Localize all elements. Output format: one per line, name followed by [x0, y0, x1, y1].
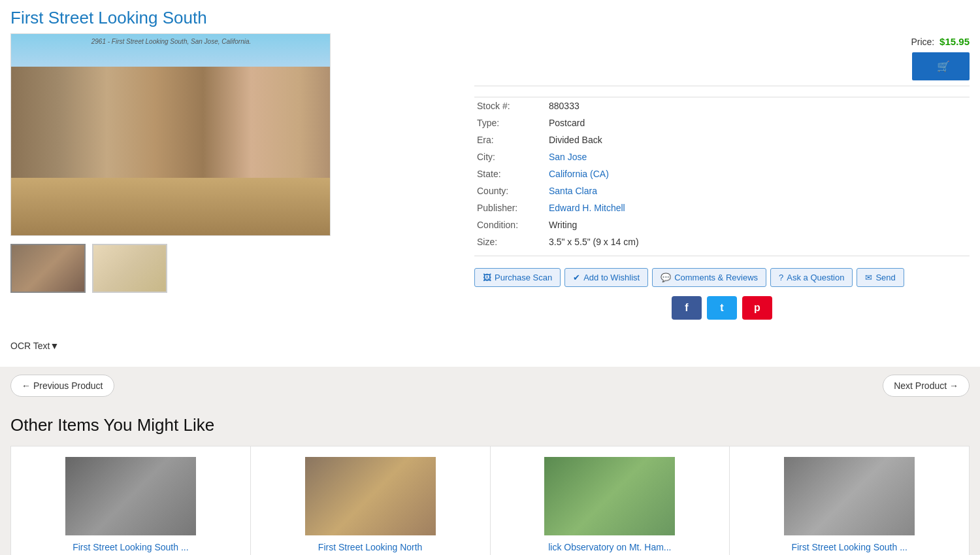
type-row: Type: Postcard [474, 114, 970, 131]
county-row: County: Santa Clara [474, 182, 970, 199]
cart-icon: 🛒 [937, 60, 950, 73]
pinterest-button[interactable]: p [742, 296, 772, 320]
product-thumb-3[interactable] [544, 457, 675, 535]
product-name-1[interactable]: First Street Looking South ... [22, 542, 240, 552]
product-thumb-4[interactable] [784, 457, 915, 535]
purchase-scan-label: Purchase Scan [495, 273, 552, 282]
city-row: City: San Jose [474, 148, 970, 165]
condition-row: Condition: Writing [474, 216, 970, 233]
comments-reviews-button[interactable]: 💬 Comments & Reviews [652, 268, 766, 287]
next-product-button[interactable]: Next Product → [883, 375, 970, 397]
facebook-button[interactable]: f [672, 296, 702, 320]
stock-row: Stock #: 880333 [474, 97, 970, 115]
postcard-caption: 2961 - First Street Looking South, San J… [91, 38, 252, 45]
size-value: 3.5" x 5.5" (9 x 14 cm) [546, 233, 970, 250]
bookmark-icon: ✔ [573, 273, 580, 282]
county-link[interactable]: Santa Clara [549, 186, 597, 196]
publisher-value: Edward H. Mitchell [546, 199, 970, 216]
product-card-2: First Street Looking North San Jose, CA … [250, 446, 490, 555]
send-icon: ✉ [865, 273, 872, 282]
question-icon: ? [779, 273, 783, 282]
publisher-link[interactable]: Edward H. Mitchell [549, 203, 625, 213]
condition-value: Writing [546, 216, 970, 233]
recommendations-title: Other Items You Might Like [10, 415, 970, 435]
size-label: Size: [474, 233, 546, 250]
ask-question-button[interactable]: ? Ask a Question [770, 268, 853, 287]
details-table: Stock #: 880333 Type: Postcard Era: Divi… [474, 97, 970, 250]
product-card-3: lick Observatory on Mt. Ham... San Jose,… [490, 446, 730, 555]
type-label: Type: [474, 114, 546, 131]
product-thumb-2[interactable] [305, 457, 436, 535]
price-label: Price: [911, 37, 934, 47]
navigation-bar: ← Previous Product Next Product → [0, 367, 980, 405]
recommendations-section: Other Items You Might Like First Street … [0, 405, 980, 555]
twitter-button[interactable]: t [707, 296, 737, 320]
publisher-row: Publisher: Edward H. Mitchell [474, 199, 970, 216]
era-value: Divided Back [546, 131, 970, 148]
city-value: San Jose [546, 148, 970, 165]
postcard-buildings [11, 67, 331, 184]
next-product-label: Next Product → [894, 380, 958, 391]
thumbnail-back-image [93, 245, 166, 292]
divider-2 [474, 256, 970, 256]
state-label: State: [474, 165, 546, 182]
comments-reviews-label: Comments & Reviews [674, 273, 758, 282]
main-content: 2961 - First Street Looking South, San J… [0, 33, 980, 330]
city-label: City: [474, 148, 546, 165]
send-button[interactable]: ✉ Send [857, 268, 904, 287]
comment-icon: 💬 [661, 273, 671, 282]
era-row: Era: Divided Back [474, 131, 970, 148]
stock-value: 880333 [546, 97, 970, 115]
state-row: State: California (CA) [474, 165, 970, 182]
send-label: Send [875, 273, 895, 282]
product-thumb-2-image [305, 457, 436, 535]
product-thumb-1-image [65, 457, 196, 535]
publisher-label: Publisher: [474, 199, 546, 216]
action-buttons: 🖼 Purchase Scan ✔ Add to Wishlist 💬 Comm… [474, 268, 970, 287]
thumbnail-front[interactable] [10, 244, 86, 293]
product-name-3[interactable]: lick Observatory on Mt. Ham... [501, 542, 719, 552]
add-to-wishlist-label: Add to Wishlist [583, 273, 640, 282]
ask-question-label: Ask a Question [787, 273, 844, 282]
product-name-4[interactable]: First Street Looking South ... [740, 542, 958, 552]
county-value: Santa Clara [546, 182, 970, 199]
main-image[interactable]: 2961 - First Street Looking South, San J… [10, 33, 331, 236]
photo-icon: 🖼 [483, 273, 491, 282]
product-name-2[interactable]: First Street Looking North [261, 542, 480, 552]
county-label: County: [474, 182, 546, 199]
social-buttons: f t p [474, 296, 970, 320]
previous-product-label: ← Previous Product [22, 380, 103, 391]
thumbnail-front-image [12, 245, 84, 292]
pinterest-icon: p [754, 302, 760, 314]
product-thumb-4-image [784, 457, 915, 535]
postcard-image: 2961 - First Street Looking South, San J… [11, 34, 331, 236]
thumbnail-strip [10, 244, 455, 293]
state-value: California (CA) [546, 165, 970, 182]
price-value: $15.95 [939, 36, 970, 47]
city-link[interactable]: San Jose [549, 152, 587, 162]
left-panel: 2961 - First Street Looking South, San J… [10, 33, 455, 320]
divider-1 [474, 86, 970, 86]
twitter-icon: t [720, 302, 723, 314]
product-card-4: First Street Looking South ... San Jose,… [729, 446, 970, 555]
purchase-scan-button[interactable]: 🖼 Purchase Scan [474, 268, 561, 287]
thumbnail-back[interactable] [92, 244, 167, 293]
facebook-icon: f [685, 302, 688, 314]
era-label: Era: [474, 131, 546, 148]
postcard-street [11, 178, 331, 236]
price-row: Price: $15.95 [474, 36, 970, 47]
add-to-wishlist-button[interactable]: ✔ Add to Wishlist [564, 268, 648, 287]
add-to-cart-button[interactable]: 🛒 [912, 52, 970, 80]
stock-label: Stock #: [474, 97, 546, 115]
product-thumb-1[interactable] [65, 457, 196, 535]
ocr-text-toggle[interactable]: OCR Text▼ [0, 330, 980, 362]
previous-product-button[interactable]: ← Previous Product [10, 375, 114, 397]
type-value: Postcard [546, 114, 970, 131]
condition-label: Condition: [474, 216, 546, 233]
state-link[interactable]: California (CA) [549, 169, 609, 179]
products-grid: First Street Looking South ... San Jose,… [10, 446, 970, 555]
product-thumb-3-image [544, 457, 675, 535]
right-panel: Price: $15.95 🛒 Stock #: 880333 Type: Po… [474, 33, 970, 320]
product-card-1: First Street Looking South ... San Jose,… [10, 446, 250, 555]
size-row: Size: 3.5" x 5.5" (9 x 14 cm) [474, 233, 970, 250]
